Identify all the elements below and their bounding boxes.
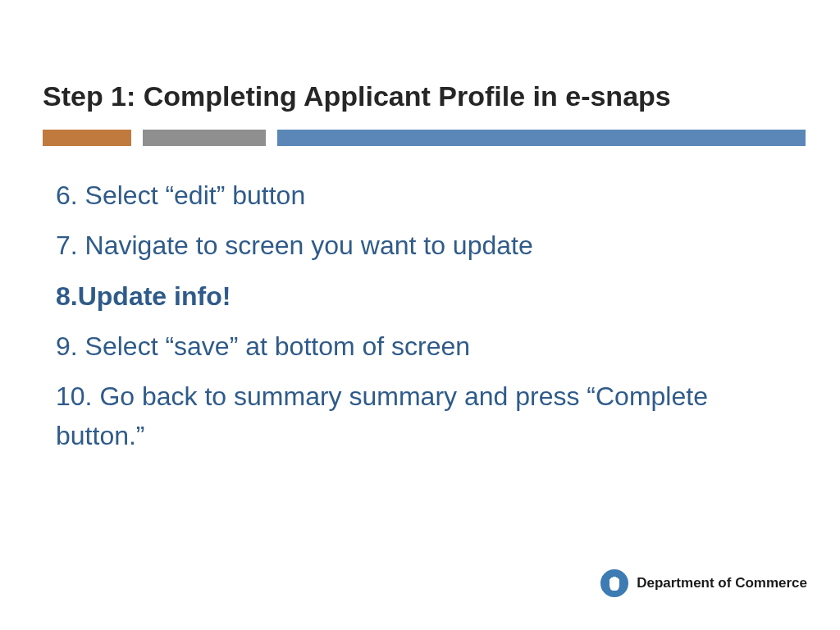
list-item: 7. Navigate to screen you want to update xyxy=(56,226,791,265)
content-list: 6. Select “edit” button 7. Navigate to s… xyxy=(56,176,791,467)
accent-bar-orange xyxy=(43,130,131,146)
list-item: 8.Update info! xyxy=(56,277,791,316)
washington-state-seal-icon xyxy=(600,569,628,597)
list-item: 10. Go back to summary summary and press… xyxy=(56,377,791,455)
department-name: Department of Commerce xyxy=(637,575,807,591)
list-item: 9. Select “save” at bottom of screen xyxy=(56,327,791,366)
accent-bar-blue xyxy=(277,130,806,146)
divider-bars xyxy=(43,130,806,146)
footer-logo: Department of Commerce xyxy=(600,569,807,597)
slide-title: Step 1: Completing Applicant Profile in … xyxy=(43,80,671,112)
list-item: 6. Select “edit” button xyxy=(56,176,791,215)
accent-bar-gray xyxy=(143,130,266,146)
